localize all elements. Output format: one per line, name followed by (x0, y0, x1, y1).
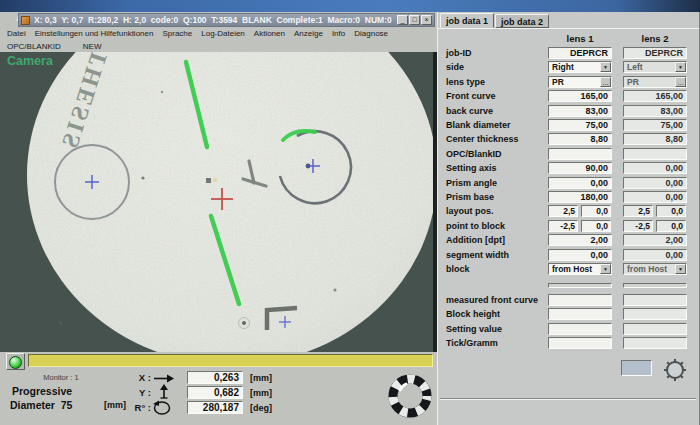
row-block-height: Block height (438, 308, 699, 321)
green-led-icon[interactable] (6, 353, 25, 370)
chevron-down-icon[interactable]: ▼ (600, 62, 611, 72)
row-label: measured front curve (446, 295, 538, 305)
menu-item-new[interactable]: NEW (83, 42, 102, 51)
back-curve-lens1-field[interactable]: 83,00 (548, 105, 612, 117)
lens-type-lens2-field[interactable]: PR ... (623, 76, 687, 88)
tick-gramm-lens1-field[interactable] (548, 337, 612, 349)
block-lens1-dropdown[interactable]: from Host ▼ (548, 263, 612, 275)
segment-width-lens1-field[interactable]: 0,00 (548, 249, 612, 261)
close-button[interactable]: × (421, 15, 432, 25)
menu-bar-row2: OPC/BLANKID NEW (0, 40, 437, 52)
menu-item-datei[interactable]: Datei (7, 29, 26, 38)
row-label: side (446, 62, 464, 72)
menu-item-log-dateien[interactable]: Log-Dateien (201, 29, 245, 38)
row-tick-gramm: Tick/Gramm (438, 337, 699, 350)
point-to-block-lens2-x-field[interactable]: -2,5 (623, 220, 653, 232)
point-to-block-lens1-x-field[interactable]: -2,5 (548, 220, 578, 232)
r-unit-label: [deg] (250, 403, 272, 413)
y-axis-label: Y : (125, 387, 151, 398)
setting-axis-lens2-field[interactable]: 0,00 (623, 162, 687, 174)
lens2-column-header: lens 2 (623, 33, 687, 44)
tab-job-data-2[interactable]: job data 2 (495, 14, 549, 28)
ellipsis-button[interactable]: ... (600, 77, 611, 87)
chevron-down-icon[interactable]: ▼ (600, 264, 611, 274)
segment-width-lens2-field[interactable]: 0,00 (623, 249, 687, 261)
minimize-button[interactable]: _ (397, 15, 408, 25)
row-side: side Right ▼ Left ▼ (438, 61, 699, 74)
measured-front-curve-lens2-field[interactable] (623, 294, 687, 306)
layout-pos-lens1-y-field[interactable]: 0,0 (581, 205, 611, 217)
menu-bar: Datei Einstellungen und Hilfefunktionen … (0, 27, 437, 40)
row-label: Block height (446, 309, 500, 319)
row-label: lens type (446, 77, 485, 87)
block-height-lens2-field[interactable] (623, 308, 687, 320)
row-label: Setting axis (446, 163, 497, 173)
front-curve-lens1-field[interactable]: 165,00 (548, 90, 612, 102)
back-curve-lens2-field[interactable]: 83,00 (623, 105, 687, 117)
tab-job-data-1[interactable]: job data 1 (440, 13, 494, 28)
menu-item-sprache[interactable]: Sprache (162, 29, 192, 38)
menu-item-diagnose[interactable]: Diagnose (354, 29, 388, 38)
side-lens2-dropdown[interactable]: Left ▼ (623, 61, 687, 73)
lens-type-lens1-field[interactable]: PR ... (548, 76, 612, 88)
menu-item-info[interactable]: Info (332, 29, 345, 38)
menu-item-aktionen[interactable]: Aktionen (254, 29, 285, 38)
monitor-label: Monitor : 1 (25, 373, 97, 382)
row-label: point to block (446, 221, 505, 231)
job-id-lens1-field[interactable]: DEPRCR (548, 47, 612, 59)
opc-blankid-lens1-field[interactable] (548, 148, 612, 160)
layout-pos-lens2-fields: 2,5 0,0 (623, 205, 687, 217)
r-value-field[interactable]: 280,187 (187, 401, 243, 414)
layout-pos-lens2-y-field[interactable]: 0,0 (656, 205, 686, 217)
block-lens2-dropdown[interactable]: from Host ▼ (623, 263, 687, 275)
side-lens1-dropdown[interactable]: Right ▼ (548, 61, 612, 73)
row-setting-value: Setting value (438, 323, 699, 336)
setting-axis-lens1-field[interactable]: 90,00 (548, 162, 612, 174)
point-to-block-lens1-y-field[interactable]: 0,0 (581, 220, 611, 232)
prism-base-lens1-field[interactable]: 180,00 (548, 191, 612, 203)
block-height-lens1-field[interactable] (548, 308, 612, 320)
addition-lens1-field[interactable]: 2,00 (548, 234, 612, 246)
menu-item-opc-blankid[interactable]: OPC/BLANKID (7, 42, 61, 51)
x-value-field[interactable]: 0,263 (187, 371, 243, 384)
row-lens-type: lens type PR ... PR ... (438, 76, 699, 89)
job-id-lens2-field[interactable]: DEPRCR (623, 47, 687, 59)
progress-bar (28, 354, 433, 367)
dropdown-value: from Host (627, 264, 667, 274)
chevron-down-icon[interactable]: ▼ (675, 264, 686, 274)
row-label: Tick/Gramm (446, 338, 498, 348)
front-curve-lens2-field[interactable]: 165,00 (623, 90, 687, 102)
led-light (9, 356, 22, 369)
setting-value-lens2-field[interactable] (623, 323, 687, 335)
row-label: back curve (446, 106, 493, 116)
y-value-field[interactable]: 0,682 (187, 386, 243, 399)
knob-icon[interactable] (662, 357, 688, 383)
point-to-block-lens2-y-field[interactable]: 0,0 (656, 220, 686, 232)
layout-pos-lens2-x-field[interactable]: 2,5 (623, 205, 653, 217)
blank-diameter-lens2-field[interactable]: 75,00 (623, 119, 687, 131)
window-titlebar: X: 0,3 Y: 0,7 R:280,2 H: 2,0 code:0 Q:10… (18, 13, 435, 27)
measured-front-curve-lens1-field[interactable] (548, 294, 612, 306)
menu-item-anzeige[interactable]: Anzeige (294, 29, 323, 38)
addition-lens2-field[interactable]: 2,00 (623, 234, 687, 246)
maximize-button[interactable]: □ (409, 15, 420, 25)
center-thickness-lens2-field[interactable]: 8,80 (623, 133, 687, 145)
opc-blankid-lens2-field[interactable] (623, 148, 687, 160)
blank-diameter-lens1-field[interactable]: 75,00 (548, 119, 612, 131)
lens-mode-label: Progressive (12, 385, 72, 397)
right-arrow-icon (153, 374, 175, 383)
menu-item-einstellungen[interactable]: Einstellungen und Hilfefunktionen (35, 29, 154, 38)
diameter-label: Diameter 75 (10, 399, 72, 411)
chevron-down-icon[interactable]: ▼ (675, 62, 686, 72)
row-prism-angle: Prism angle 0,00 0,00 (438, 177, 699, 190)
setting-value-lens1-field[interactable] (548, 323, 612, 335)
center-thickness-lens1-field[interactable]: 8,80 (548, 133, 612, 145)
prism-angle-lens2-field[interactable]: 0,00 (623, 177, 687, 189)
row-label: Center thickness (446, 134, 519, 144)
layout-pos-lens1-x-field[interactable]: 2,5 (548, 205, 578, 217)
prism-angle-lens1-field[interactable]: 0,00 (548, 177, 612, 189)
tick-gramm-lens2-field[interactable] (623, 337, 687, 349)
prism-base-lens2-field[interactable]: 0,00 (623, 191, 687, 203)
camera-label: Camera (7, 54, 53, 68)
ellipsis-button[interactable]: ... (675, 77, 686, 87)
